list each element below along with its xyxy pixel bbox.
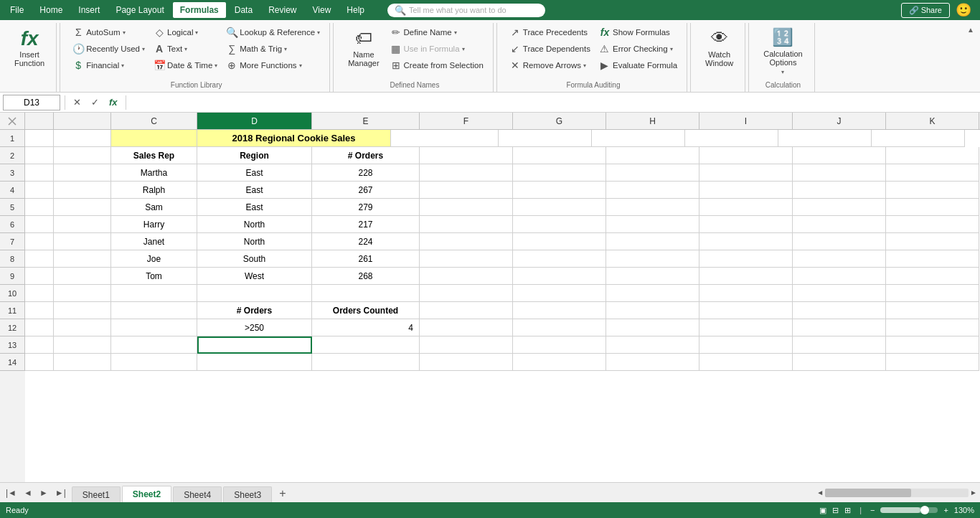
- watch-window-button[interactable]: 👁 WatchWindow: [699, 24, 739, 70]
- menu-help[interactable]: Help: [339, 2, 372, 18]
- cell-j3[interactable]: [793, 164, 886, 182]
- cell-i1[interactable]: [685, 130, 778, 147]
- cell-k1[interactable]: [872, 130, 965, 147]
- cell-h10[interactable]: [606, 285, 699, 302]
- lookup-dropdown[interactable]: ▾: [317, 29, 320, 36]
- cell-c10[interactable]: [111, 285, 197, 302]
- cell-c7[interactable]: Janet: [111, 233, 197, 250]
- cell-c8[interactable]: Joe: [111, 250, 197, 268]
- cell-d6[interactable]: North: [197, 216, 312, 233]
- cell-c9[interactable]: Tom: [111, 268, 197, 285]
- cell-c3[interactable]: Martha: [111, 164, 197, 182]
- cell-f9[interactable]: [420, 268, 513, 285]
- trace-dependents-button[interactable]: ↙ Trace Dependents: [506, 41, 594, 57]
- date-time-dropdown[interactable]: ▾: [215, 62, 217, 69]
- cell-i14[interactable]: [699, 354, 793, 371]
- cell-b12[interactable]: [54, 319, 111, 336]
- row-3[interactable]: 3: [0, 164, 25, 182]
- menu-review[interactable]: Review: [261, 2, 303, 18]
- text-button[interactable]: A Text ▾: [150, 41, 221, 57]
- col-header-i[interactable]: I: [699, 113, 793, 129]
- cell-d4[interactable]: East: [197, 182, 312, 199]
- cell-a3[interactable]: [25, 164, 54, 182]
- cell-b13[interactable]: [54, 336, 111, 354]
- cell-k3[interactable]: [886, 164, 979, 182]
- cell-b3[interactable]: [54, 164, 111, 182]
- menu-home[interactable]: Home: [32, 2, 70, 18]
- create-from-selection-button[interactable]: ⊞ Create from Selection: [387, 57, 487, 73]
- menu-view[interactable]: View: [306, 2, 339, 18]
- cell-e11[interactable]: Orders Counted: [312, 302, 420, 319]
- financial-button[interactable]: $ Financial ▾: [69, 57, 149, 73]
- cell-c4[interactable]: Ralph: [111, 182, 197, 199]
- zoom-in-button[interactable]: +: [943, 506, 948, 514]
- cell-a9[interactable]: [25, 268, 54, 285]
- error-checking-button[interactable]: ⚠ Error Checking ▾: [595, 41, 681, 57]
- cell-i7[interactable]: [699, 233, 793, 250]
- menu-page-layout[interactable]: Page Layout: [108, 2, 171, 18]
- menu-formulas[interactable]: Formulas: [173, 2, 226, 18]
- cell-k9[interactable]: [886, 268, 979, 285]
- cell-b14[interactable]: [54, 354, 111, 371]
- cell-g8[interactable]: [513, 250, 606, 268]
- cell-e12[interactable]: 4: [312, 319, 420, 336]
- formula-input[interactable]: [131, 95, 977, 110]
- sheet-tab-sheet2[interactable]: Sheet2: [122, 486, 171, 503]
- cell-e7[interactable]: 224: [312, 233, 420, 250]
- cell-h5[interactable]: [606, 199, 699, 216]
- cell-c6[interactable]: Harry: [111, 216, 197, 233]
- cell-k10[interactable]: [886, 285, 979, 302]
- cell-i13[interactable]: [699, 336, 793, 354]
- select-all-icon[interactable]: [8, 117, 17, 126]
- cell-h1[interactable]: [592, 130, 685, 147]
- recently-used-button[interactable]: 🕐 Recently Used ▾: [69, 41, 149, 57]
- cell-k12[interactable]: [886, 319, 979, 336]
- cell-d12[interactable]: >250: [197, 319, 312, 336]
- cell-f13[interactable]: [420, 336, 513, 354]
- define-name-dropdown[interactable]: ▾: [454, 29, 457, 36]
- normal-view-icon[interactable]: ▣: [819, 506, 826, 515]
- cell-k5[interactable]: [886, 199, 979, 216]
- cell-b9[interactable]: [54, 268, 111, 285]
- cell-f14[interactable]: [420, 354, 513, 371]
- financial-dropdown[interactable]: ▾: [121, 62, 124, 69]
- date-time-button[interactable]: 📅 Date & Time ▾: [150, 57, 221, 73]
- cell-c2[interactable]: Sales Rep: [111, 147, 197, 164]
- col-header-c[interactable]: C: [111, 113, 197, 129]
- name-box[interactable]: D13: [3, 95, 60, 110]
- cell-j13[interactable]: [793, 336, 886, 354]
- cell-j6[interactable]: [793, 216, 886, 233]
- cell-d11[interactable]: # Orders: [197, 302, 312, 319]
- sheet-tab-sheet1[interactable]: Sheet1: [72, 486, 121, 503]
- col-header-e[interactable]: E: [312, 113, 420, 129]
- cell-h8[interactable]: [606, 250, 699, 268]
- zoom-out-button[interactable]: −: [870, 506, 875, 514]
- cell-a4[interactable]: [25, 182, 54, 199]
- ribbon-collapse-button[interactable]: ▲: [964, 23, 977, 92]
- math-trig-button[interactable]: ∑ Math & Trig ▾: [222, 41, 324, 57]
- cell-f2[interactable]: [420, 147, 513, 164]
- cell-b11[interactable]: [54, 302, 111, 319]
- cell-e3[interactable]: 228: [312, 164, 420, 182]
- more-functions-dropdown[interactable]: ▾: [299, 62, 302, 69]
- cell-h6[interactable]: [606, 216, 699, 233]
- cell-h9[interactable]: [606, 268, 699, 285]
- calculation-options-button[interactable]: 🔢 CalculationOptions ▾: [758, 24, 808, 78]
- col-header-a[interactable]: [25, 113, 54, 129]
- cell-e4[interactable]: 267: [312, 182, 420, 199]
- cell-f12[interactable]: [420, 319, 513, 336]
- cell-b5[interactable]: [54, 199, 111, 216]
- col-header-h[interactable]: H: [606, 113, 699, 129]
- remove-arrows-button[interactable]: ✕ Remove Arrows ▾: [506, 57, 594, 73]
- row-12[interactable]: 12: [0, 319, 25, 336]
- cell-h2[interactable]: [606, 147, 699, 164]
- row-8[interactable]: 8: [0, 250, 25, 268]
- cell-g14[interactable]: [513, 354, 606, 371]
- cell-a14[interactable]: [25, 354, 54, 371]
- cell-k6[interactable]: [886, 216, 979, 233]
- text-dropdown[interactable]: ▾: [184, 46, 187, 52]
- cell-i12[interactable]: [699, 319, 793, 336]
- cell-b2[interactable]: [54, 147, 111, 164]
- cell-k13[interactable]: [886, 336, 979, 354]
- cell-e9[interactable]: 268: [312, 268, 420, 285]
